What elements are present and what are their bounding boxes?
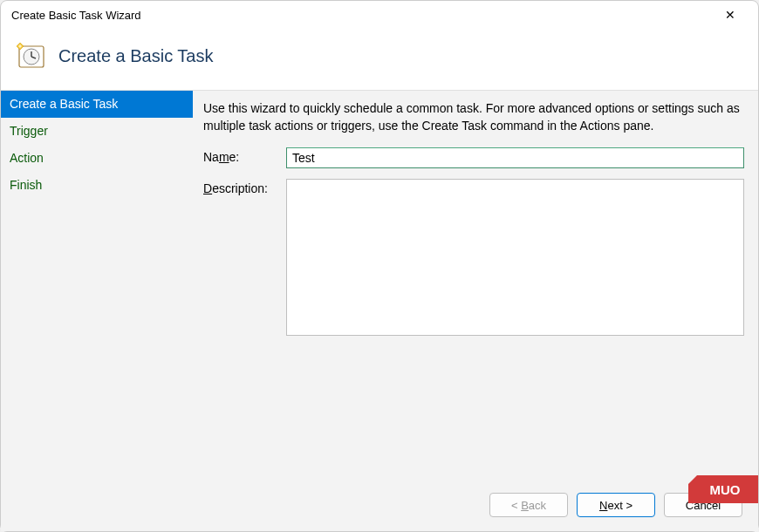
- wizard-body: Create a Basic Task Trigger Action Finis…: [1, 90, 758, 481]
- next-button[interactable]: Next >: [577, 493, 655, 517]
- wizard-sidebar: Create a Basic Task Trigger Action Finis…: [1, 91, 193, 481]
- description-input[interactable]: [286, 179, 744, 336]
- description-label: Description:: [203, 179, 286, 195]
- instruction-text: Use this wizard to quickly schedule a co…: [203, 99, 744, 135]
- sidebar-item-create-basic-task[interactable]: Create a Basic Task: [1, 91, 193, 118]
- wizard-window: Create Basic Task Wizard ✕ Create a Basi…: [0, 0, 759, 532]
- cancel-button[interactable]: Cancel: [664, 493, 742, 517]
- titlebar: Create Basic Task Wizard ✕: [1, 1, 758, 29]
- window-title: Create Basic Task Wizard: [11, 9, 141, 22]
- name-input[interactable]: [286, 147, 744, 168]
- page-title: Create a Basic Task: [58, 46, 214, 66]
- description-row: Description:: [203, 179, 744, 336]
- clock-task-icon: [17, 41, 46, 71]
- name-row: Name:: [203, 147, 744, 168]
- wizard-content: Use this wizard to quickly schedule a co…: [193, 91, 758, 481]
- back-button: < Back: [489, 493, 568, 517]
- sidebar-item-action[interactable]: Action: [1, 145, 193, 172]
- close-button[interactable]: ✕: [713, 3, 748, 27]
- name-label: Name:: [203, 147, 286, 164]
- sidebar-item-trigger[interactable]: Trigger: [1, 118, 193, 145]
- wizard-header: Create a Basic Task: [1, 29, 758, 90]
- close-icon: ✕: [725, 8, 735, 22]
- wizard-footer: < Back Next > Cancel: [1, 481, 758, 531]
- sidebar-item-finish[interactable]: Finish: [1, 172, 193, 199]
